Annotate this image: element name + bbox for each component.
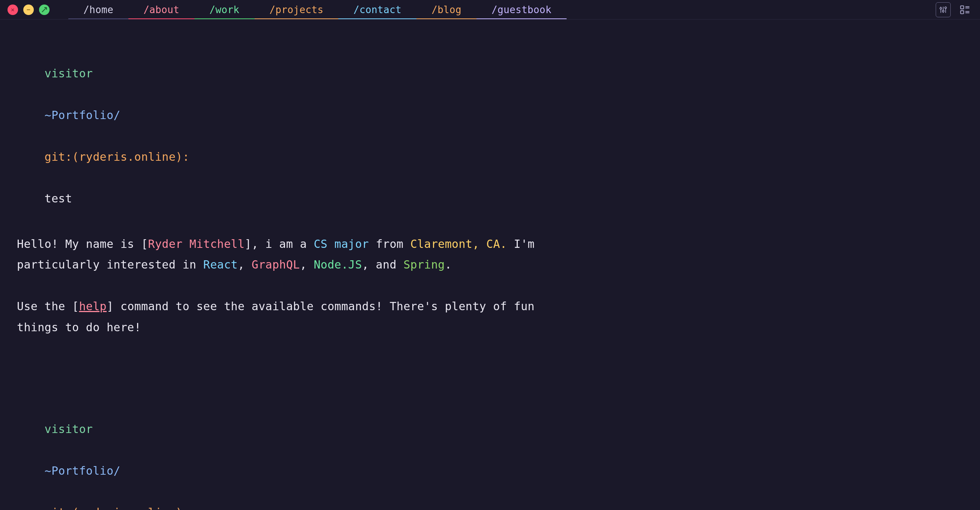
bracket-open: [ xyxy=(72,300,79,313)
tab-projects[interactable]: /projects xyxy=(255,0,339,19)
tabs: /home /about /work /projects /contact /b… xyxy=(68,0,936,19)
window-controls: ✕ − xyxy=(8,5,49,15)
terminal: visitor ~Portfolio/ git:(ryderis.online)… xyxy=(0,19,980,510)
topbar: ✕ − /home /about /work /projects /contac… xyxy=(0,0,980,19)
bracket-close: ] xyxy=(245,237,251,250)
tech-spring: Spring xyxy=(403,258,445,271)
help-link[interactable]: help xyxy=(79,300,107,313)
period: . xyxy=(445,258,452,271)
topbar-icons xyxy=(936,2,972,17)
tab-contact[interactable]: /contact xyxy=(338,0,417,19)
comma: , xyxy=(300,258,314,271)
svg-point-3 xyxy=(942,10,944,12)
prompt-branch: ryderis.online xyxy=(79,150,175,163)
typed-command: test xyxy=(45,192,72,205)
intro-text: , i am a xyxy=(251,237,313,250)
bracket-open: [ xyxy=(141,237,148,250)
tab-home[interactable]: /home xyxy=(68,0,129,19)
tech-node: Node.JS xyxy=(313,258,362,271)
svg-rect-6 xyxy=(961,6,964,9)
tab-label: /guestbook xyxy=(492,4,552,15)
comma: , xyxy=(238,258,251,271)
branch-open: ( xyxy=(72,506,79,510)
intro-text: from xyxy=(369,237,410,250)
bracket-close: ] xyxy=(107,300,113,313)
prompt-branch: ryderis.online xyxy=(79,506,175,510)
tab-label: /contact xyxy=(353,4,401,15)
tab-label: /blog xyxy=(431,4,461,15)
svg-point-1 xyxy=(940,8,942,10)
branch-close: ): xyxy=(176,506,189,510)
svg-point-5 xyxy=(945,7,947,9)
tech-graphql: GraphQL xyxy=(251,258,300,271)
prompt-git: git: xyxy=(45,506,72,510)
author-name: Ryder Mitchell xyxy=(148,237,245,250)
comma: , and xyxy=(362,258,403,271)
tab-label: /work xyxy=(210,4,240,15)
svg-rect-9 xyxy=(961,11,964,14)
tab-label: /home xyxy=(83,4,113,15)
tab-label: /about xyxy=(143,4,180,15)
branch-open: ( xyxy=(72,150,79,163)
tab-work[interactable]: /work xyxy=(194,0,255,19)
tab-guestbook[interactable]: /guestbook xyxy=(476,0,566,19)
prompt-line-1: visitor ~Portfolio/ git:(ryderis.online)… xyxy=(17,42,963,230)
prompt-line-2[interactable]: visitor ~Portfolio/ git:(ryderis.online)… xyxy=(17,398,963,510)
prompt-user: visitor xyxy=(45,67,93,80)
tab-label: /projects xyxy=(270,4,324,15)
hint-paragraph: Use the [help] command to see the availa… xyxy=(17,296,535,338)
prompt-user: visitor xyxy=(45,422,93,436)
settings-icon[interactable] xyxy=(936,2,951,17)
cs-major: CS major xyxy=(313,237,369,250)
minimize-button[interactable]: − xyxy=(23,5,34,15)
tech-react: React xyxy=(203,258,238,271)
close-button[interactable]: ✕ xyxy=(8,5,18,15)
prompt-path: ~Portfolio/ xyxy=(45,108,121,122)
tab-blog[interactable]: /blog xyxy=(417,0,476,19)
maximize-button[interactable] xyxy=(39,5,49,15)
prompt-path: ~Portfolio/ xyxy=(45,464,121,477)
branch-close: ): xyxy=(176,150,189,163)
prompt-git: git: xyxy=(45,150,72,163)
tab-about[interactable]: /about xyxy=(129,0,194,19)
layout-icon[interactable] xyxy=(958,2,972,17)
location: Claremont, CA. xyxy=(410,237,507,250)
intro-paragraph: Hello! My name is [Ryder Mitchell], i am… xyxy=(17,234,535,275)
intro-text: Hello! My name is xyxy=(17,237,141,250)
hint-text: Use the xyxy=(17,300,72,313)
